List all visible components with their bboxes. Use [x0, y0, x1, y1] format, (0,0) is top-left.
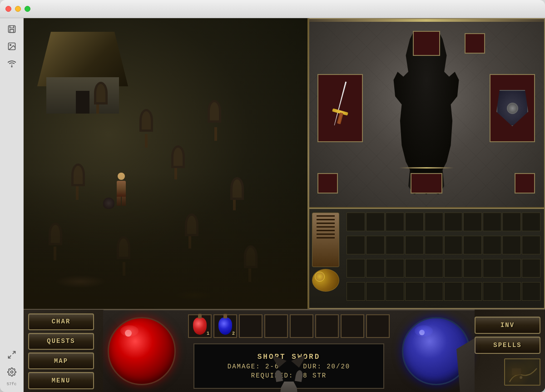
svg-rect-7 [505, 359, 540, 386]
inv-cell-30[interactable] [522, 259, 540, 278]
inv-cell-34[interactable] [405, 282, 424, 301]
inv-cell-29[interactable] [502, 259, 521, 278]
building [37, 32, 128, 114]
life-orb-container [103, 310, 180, 392]
spells-button[interactable]: SPELLS [475, 337, 540, 354]
hud-bar: CHAR QUESTS MAP MENU [24, 309, 545, 392]
quests-button[interactable]: QUESTS [28, 333, 94, 350]
potion-slot-3[interactable] [239, 314, 263, 338]
inv-cell-10[interactable] [522, 213, 540, 231]
ring-right-slot[interactable] [515, 173, 535, 194]
hud-left-buttons: CHAR QUESTS MAP MENU [24, 310, 103, 392]
demon-horns [273, 370, 305, 382]
inv-cell-12[interactable] [366, 236, 385, 254]
inv-button[interactable]: INV [475, 317, 540, 334]
inv-cell-40[interactable] [522, 282, 540, 301]
svg-point-3 [11, 66, 12, 67]
helm-slot[interactable] [413, 31, 440, 56]
inv-cell-22[interactable] [366, 259, 385, 278]
inv-cell-39[interactable] [502, 282, 521, 301]
inventory-grid [347, 213, 540, 304]
image-icon[interactable] [5, 39, 19, 54]
inv-cell-38[interactable] [483, 282, 501, 301]
inv-cell-25[interactable] [425, 259, 443, 278]
maximize-button[interactable] [25, 6, 30, 12]
inv-cell-3[interactable] [386, 213, 404, 231]
equipment-area [308, 22, 544, 208]
inv-cell-13[interactable] [386, 236, 404, 254]
ring-left-slot[interactable] [317, 173, 338, 194]
inv-cell-14[interactable] [405, 236, 424, 254]
version-label: 57fc [7, 382, 17, 387]
scroll-item[interactable] [312, 213, 339, 267]
inv-cell-6[interactable] [444, 213, 463, 231]
potion-slot-6[interactable] [315, 314, 339, 338]
inv-cell-15[interactable] [425, 236, 443, 254]
shield-boss [507, 103, 518, 114]
inv-cell-32[interactable] [366, 282, 385, 301]
left-sidebar: 57fc [0, 18, 24, 392]
belt-slot[interactable] [411, 173, 442, 194]
inv-cell-4[interactable] [405, 213, 424, 231]
coins-item[interactable] [312, 269, 339, 292]
inv-cell-17[interactable] [463, 236, 482, 254]
potion-red-1 [193, 318, 207, 335]
inv-cell-31[interactable] [347, 282, 365, 301]
ground [24, 173, 307, 309]
char-button[interactable]: CHAR [28, 313, 94, 330]
potion-slot-4[interactable] [264, 314, 288, 338]
wifi-icon[interactable] [5, 56, 19, 71]
svg-point-9 [520, 376, 522, 379]
potion-slot-2[interactable]: 2 [213, 314, 237, 338]
inv-cell-23[interactable] [386, 259, 404, 278]
inv-cell-2[interactable] [366, 213, 385, 231]
inv-cell-36[interactable] [444, 282, 463, 301]
inv-cell-5[interactable] [425, 213, 443, 231]
shield-slot[interactable] [490, 74, 535, 142]
inv-cell-27[interactable] [463, 259, 482, 278]
settings-icon[interactable] [5, 365, 19, 379]
svg-rect-8 [512, 368, 521, 375]
panel-border [307, 18, 309, 309]
demon-body [277, 382, 300, 392]
life-orb [108, 317, 176, 385]
game-world[interactable] [24, 18, 307, 309]
inv-cell-37[interactable] [463, 282, 482, 301]
building-wall [46, 77, 119, 114]
inv-cell-26[interactable] [444, 259, 463, 278]
inv-cell-21[interactable] [347, 259, 365, 278]
inv-cell-1[interactable] [347, 213, 365, 231]
resize-icon[interactable] [5, 347, 19, 362]
inv-cell-24[interactable] [405, 259, 424, 278]
close-button[interactable] [5, 6, 11, 12]
menu-button[interactable]: MENU [28, 372, 94, 389]
inv-cell-9[interactable] [502, 213, 521, 231]
potion-slot-8[interactable] [366, 314, 390, 338]
mana-orb-shine [419, 330, 425, 335]
potion-slot-7[interactable] [341, 314, 364, 338]
inv-cell-28[interactable] [483, 259, 501, 278]
building-door [76, 91, 89, 114]
inv-cell-35[interactable] [425, 282, 443, 301]
tree-4 [205, 100, 226, 141]
inv-cell-7[interactable] [463, 213, 482, 231]
inv-cell-33[interactable] [386, 282, 404, 301]
inv-cell-20[interactable] [522, 236, 540, 254]
potion-slot-1[interactable]: 1 [188, 314, 212, 338]
minimize-button[interactable] [15, 6, 21, 12]
potion-2-number: 2 [232, 331, 235, 336]
hud-right-buttons: INV SPELLS [475, 310, 545, 392]
inv-cell-8[interactable] [483, 213, 501, 231]
inv-cell-11[interactable] [347, 236, 365, 254]
inv-cell-18[interactable] [483, 236, 501, 254]
map-button[interactable]: MAP [28, 352, 94, 369]
amulet-slot[interactable] [465, 33, 485, 54]
minimap-thumbnail[interactable] [504, 358, 540, 386]
save-icon[interactable] [5, 22, 19, 36]
inv-cell-19[interactable] [502, 236, 521, 254]
inventory-panel [307, 18, 545, 309]
potion-slot-5[interactable] [290, 314, 313, 338]
sword-handle [337, 112, 343, 124]
inv-cell-16[interactable] [444, 236, 463, 254]
weapon-slot[interactable] [317, 74, 363, 142]
